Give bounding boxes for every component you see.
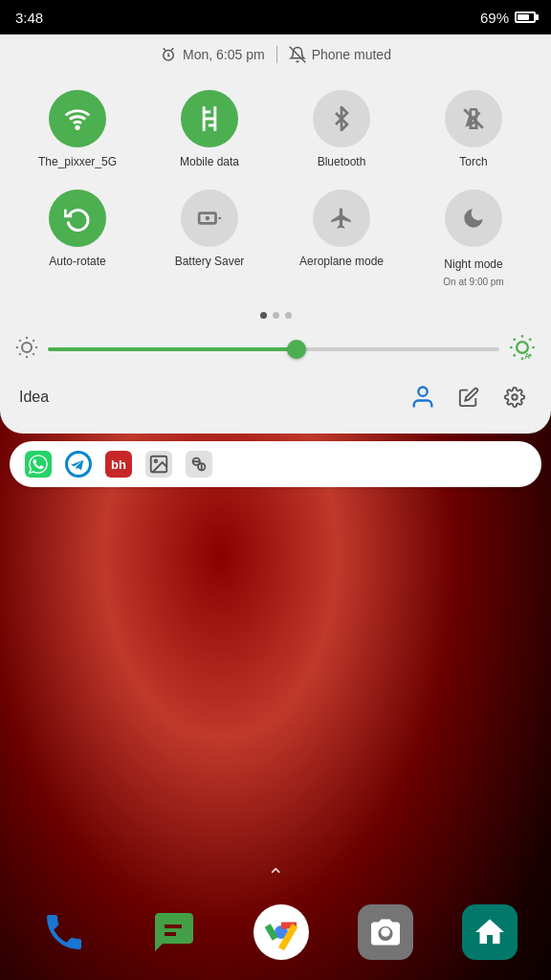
- search-bar: bh: [10, 441, 541, 487]
- tile-bluetooth-circle: [313, 90, 370, 147]
- tile-wifi-circle: [49, 90, 106, 147]
- torch-icon: [461, 106, 486, 131]
- dot-2: [273, 312, 279, 319]
- tile-battery-saver-circle: [181, 189, 238, 247]
- tile-night-mode-sublabel: On at 9:00 pm: [443, 277, 503, 287]
- status-time: 3:48: [15, 10, 43, 26]
- tile-aeroplane-circle: [313, 189, 370, 247]
- svg-line-2: [171, 48, 173, 50]
- tile-bluetooth[interactable]: Bluetooth: [276, 78, 408, 178]
- dot-1: [260, 312, 267, 319]
- mute-icon: [289, 46, 306, 63]
- edit-button[interactable]: [452, 380, 486, 414]
- tile-mobile-data-circle: [181, 90, 238, 147]
- settings-icon: [504, 387, 525, 408]
- brightness-slider[interactable]: [48, 340, 499, 359]
- dock-app-camera[interactable]: [358, 904, 413, 960]
- brightness-thumb[interactable]: [287, 340, 306, 359]
- status-right: 69%: [480, 10, 536, 26]
- qs-mute-label: Phone muted: [312, 47, 391, 62]
- dock-app-chrome[interactable]: [253, 904, 309, 960]
- svg-line-21: [514, 339, 516, 341]
- svg-rect-5: [471, 109, 477, 118]
- tile-mobile-data-label: Mobile data: [180, 155, 239, 170]
- chrome-icon: [261, 912, 301, 952]
- svg-point-4: [77, 126, 78, 128]
- tile-torch[interactable]: Torch: [408, 78, 540, 178]
- qs-date: Mon, 6:05 pm: [183, 47, 265, 62]
- edit-icon: [458, 387, 479, 408]
- tile-battery-saver-label: Battery Saver: [175, 255, 245, 270]
- bottom-dock: [0, 894, 551, 980]
- qs-bottom-row: Idea: [0, 372, 551, 422]
- tile-aeroplane-label: Aeroplane mode: [299, 255, 384, 270]
- tile-torch-circle: [445, 90, 502, 147]
- svg-point-31: [154, 460, 157, 463]
- settings-button[interactable]: [497, 380, 532, 414]
- user-avatar-button[interactable]: [406, 380, 440, 414]
- brightness-low-icon: [15, 336, 38, 363]
- qs-date-item: Mon, 6:05 pm: [160, 46, 265, 63]
- tile-aeroplane[interactable]: Aeroplane mode: [276, 178, 408, 298]
- rotate-icon: [64, 205, 91, 232]
- status-bar: 3:48 69%: [0, 0, 551, 34]
- tile-wifi-label: The_pixxer_5G: [38, 155, 117, 170]
- tile-wifi[interactable]: The_pixxer_5G: [11, 78, 143, 178]
- brightness-auto-icon: A: [509, 334, 536, 365]
- phone-icon: [41, 909, 87, 955]
- moon-icon: [461, 206, 486, 231]
- page-indicator-arrow: ⌃: [267, 864, 284, 889]
- camera-icon: [368, 915, 403, 949]
- brightness-row: A: [0, 326, 551, 372]
- qs-tiles-grid: The_pixxer_5G Mobile data: [0, 71, 551, 304]
- svg-point-28: [418, 388, 427, 396]
- messages-icon: [151, 909, 197, 955]
- svg-line-17: [33, 340, 33, 341]
- tile-torch-label: Torch: [459, 155, 487, 170]
- tile-bluetooth-label: Bluetooth: [318, 155, 366, 170]
- aeroplane-icon: [329, 206, 354, 231]
- alarm-icon: [160, 46, 177, 63]
- svg-line-3: [289, 47, 305, 63]
- tile-mobile-data[interactable]: Mobile data: [143, 78, 276, 178]
- gallery-icon[interactable]: [145, 451, 172, 478]
- telegram-icon[interactable]: [65, 451, 92, 478]
- header-divider: [276, 46, 277, 63]
- dot-3: [285, 312, 292, 319]
- svg-line-26: [529, 339, 531, 341]
- qs-header: Mon, 6:05 pm Phone muted: [0, 34, 551, 71]
- battery-saver-icon: [197, 206, 222, 231]
- files-icon: [473, 915, 507, 949]
- dock-app-phone[interactable]: [33, 902, 95, 963]
- svg-line-12: [19, 340, 20, 341]
- quick-settings-panel: Mon, 6:05 pm Phone muted: [0, 34, 551, 434]
- tile-night-mode-circle: [445, 189, 502, 247]
- tile-auto-rotate-circle: [49, 189, 106, 247]
- tile-night-mode-text: Night mode On at 9:00 pm: [443, 255, 503, 290]
- mobile-data-icon: [196, 105, 223, 132]
- svg-line-16: [19, 354, 20, 355]
- user-name: Idea: [19, 389, 394, 406]
- battery-percentage: 69%: [480, 10, 509, 26]
- qs-mute-item: Phone muted: [289, 46, 391, 63]
- bluetooth-icon: [329, 106, 354, 131]
- svg-point-29: [512, 394, 518, 400]
- tile-battery-saver[interactable]: Battery Saver: [143, 178, 276, 298]
- brightness-track: [48, 347, 499, 351]
- svg-line-13: [33, 354, 33, 355]
- applist-icon[interactable]: [186, 451, 212, 478]
- dock-app-messages[interactable]: [143, 902, 205, 963]
- brightness-fill: [48, 347, 297, 351]
- bh-icon[interactable]: bh: [105, 451, 132, 478]
- svg-line-1: [164, 48, 165, 50]
- user-avatar-icon: [409, 384, 436, 411]
- wifi-icon: [64, 105, 91, 132]
- page-dots: [0, 304, 551, 326]
- whatsapp-icon[interactable]: [25, 451, 52, 478]
- tile-night-mode[interactable]: Night mode On at 9:00 pm: [408, 178, 540, 298]
- svg-text:A: A: [524, 352, 530, 361]
- tile-auto-rotate-label: Auto-rotate: [49, 255, 105, 270]
- tile-auto-rotate[interactable]: Auto-rotate: [11, 178, 143, 298]
- svg-point-9: [22, 343, 32, 352]
- dock-app-files[interactable]: [462, 904, 518, 960]
